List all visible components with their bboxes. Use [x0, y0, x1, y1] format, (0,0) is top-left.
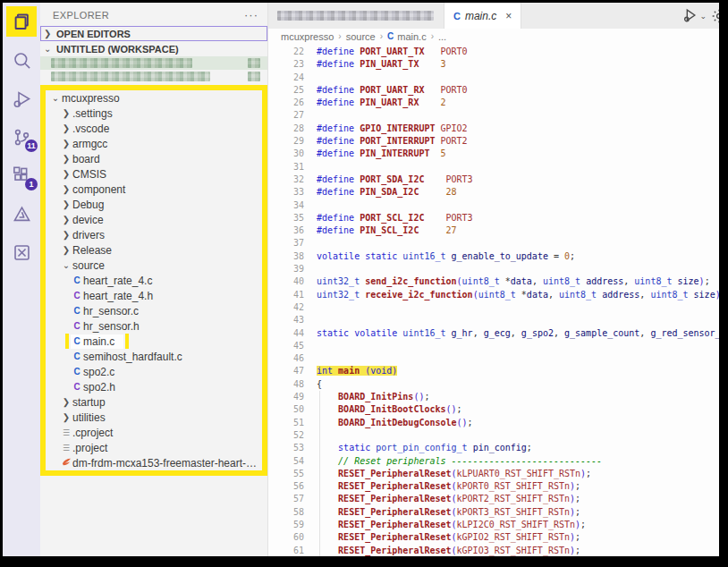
line-number: 46 — [268, 352, 304, 365]
tree-item-heart-rate-4-h[interactable]: Cheart_rate_4.h — [46, 288, 262, 303]
chevron-down-icon: ⌄ — [44, 44, 56, 54]
tab-main-c[interactable]: C main.c × — [444, 3, 521, 29]
code-editor[interactable]: 22#define PORT_UART_TX PORT023#define PI… — [268, 44, 719, 556]
tree-item-spo2-h[interactable]: Cspo2.h — [46, 379, 262, 394]
tree-item-label: Debug — [72, 199, 107, 211]
line-number: 27 — [268, 109, 304, 122]
settings-gear-icon[interactable] — [711, 8, 719, 24]
tree-item-armgcc[interactable]: ❯armgcc — [46, 136, 262, 151]
tree-item--cproject[interactable]: ☰.cproject — [46, 425, 262, 440]
line-content: volatile static uint16_t g_enable_to_upd… — [304, 250, 719, 263]
code-line-22: 22#define PORT_UART_TX PORT0 — [268, 46, 719, 58]
activity-item-test-tool[interactable] — [6, 199, 37, 229]
activity-item-x-extension[interactable] — [6, 237, 37, 267]
close-icon[interactable]: × — [505, 10, 512, 22]
line-number: 37 — [268, 237, 304, 250]
breadcrumb: mcuxpresso›source›Cmain.c›... — [268, 29, 719, 44]
tree-item-hr-sensor-h[interactable]: Chr_sensor.h — [46, 318, 262, 334]
tree-item-board[interactable]: ❯board — [46, 151, 262, 166]
explorer-sidebar: EXPLORER ··· ❯ OPEN EDITORS ⌄ UNTITLED (… — [40, 3, 268, 556]
redacted-tree-item[interactable] — [40, 56, 267, 70]
tree-item--vscode[interactable]: ❯.vscode — [46, 121, 262, 136]
more-actions-icon[interactable]: ··· — [244, 12, 258, 19]
run-file-button[interactable] — [682, 8, 698, 23]
activity-item-explorer[interactable] — [6, 6, 37, 37]
breadcrumb-item[interactable]: Cmain.c — [387, 31, 427, 42]
tree-item--project[interactable]: ☰.project — [46, 440, 262, 455]
activity-item-search[interactable] — [6, 45, 37, 75]
tree-item-cmsis[interactable]: ❯CMSIS — [46, 166, 262, 182]
tree-item-drivers[interactable]: ❯drivers — [46, 227, 262, 242]
code-line-46: 46 — [268, 352, 719, 365]
tree-item-component[interactable]: ❯component — [46, 182, 262, 197]
line-number: 28 — [268, 123, 304, 135]
line-content: { — [304, 378, 719, 391]
line-content: RESET_PeripheralReset(kPORT0_RST_SHIFT_R… — [304, 480, 719, 493]
tree-item-label: Release — [72, 244, 115, 257]
run-dropdown-chevron-icon[interactable]: ⌄ — [699, 12, 707, 21]
tree-item-startup[interactable]: ❯startup — [46, 394, 262, 410]
tree-item-source[interactable]: ⌄source — [46, 258, 262, 273]
activity-item-source-control[interactable]: 11 — [6, 122, 37, 152]
tree-item-label: .project — [72, 442, 111, 454]
explorer-header: EXPLORER ··· — [40, 3, 267, 26]
activity-item-extensions[interactable]: 1 — [6, 160, 37, 190]
open-editors-section[interactable]: ❯ OPEN EDITORS — [40, 26, 267, 41]
line-content — [304, 301, 719, 314]
tab-redacted[interactable] — [268, 3, 444, 29]
code-line-48: 48{ — [268, 378, 719, 391]
line-content: static port_pin_config_t pin_config; — [304, 442, 719, 454]
tree-item-utilities[interactable]: ❯utilities — [46, 410, 262, 425]
line-content — [304, 237, 719, 250]
activity-item-run-debug[interactable] — [6, 83, 37, 114]
tree-item-device[interactable]: ❯device — [46, 212, 262, 227]
tree-item-label: heart_rate_4.c — [83, 275, 156, 287]
code-line-41: 41uint32_t receive_i2c_function(uint8_t … — [268, 289, 719, 301]
tree-item-main-c[interactable]: Cmain.c — [46, 334, 262, 349]
line-number: 31 — [268, 161, 304, 173]
code-line-50: 50 BOARD_InitBootClocks(); — [268, 403, 719, 416]
chevron-right-icon: ❯ — [60, 230, 72, 240]
chevron-right-icon: ❯ — [60, 169, 72, 179]
workspace-section[interactable]: ⌄ UNTITLED (WORKSPACE) — [40, 41, 267, 56]
tree-item--settings[interactable]: ❯.settings — [46, 106, 262, 121]
redacted-tree-item[interactable] — [40, 70, 267, 83]
tree-item-hr-sensor-c[interactable]: Chr_sensor.c — [46, 303, 262, 318]
code-line-36: 36#define PIN_SCL_I2C 27 — [268, 224, 719, 237]
line-content — [304, 263, 719, 275]
breadcrumb-item[interactable]: source — [346, 31, 376, 42]
line-number: 60 — [268, 531, 304, 544]
chevron-down-icon: ⌄ — [60, 260, 72, 270]
line-number: 25 — [268, 84, 304, 97]
breadcrumb-separator: › — [380, 31, 383, 41]
breadcrumb-item[interactable]: ... — [438, 31, 446, 42]
chevron-right-icon: ❯ — [60, 245, 72, 255]
line-number: 22 — [268, 46, 304, 58]
tree-item-label: mcuxpresso — [62, 92, 123, 105]
tree-item-spo2-c[interactable]: Cspo2.c — [46, 364, 262, 379]
line-content: #define PORT_UART_RX PORT0 — [304, 84, 719, 97]
tree-item-debug[interactable]: ❯Debug — [46, 197, 262, 212]
tree-item-heart-rate-4-c[interactable]: Cheart_rate_4.c — [46, 273, 262, 288]
tree-item-mcuxpresso[interactable]: ⌄mcuxpresso — [46, 90, 262, 106]
tree-item-release[interactable]: ❯Release — [46, 242, 262, 258]
code-line-37: 37 — [268, 237, 719, 250]
tree-item-label: main.c — [83, 335, 118, 348]
breadcrumb-item[interactable]: mcuxpresso — [281, 31, 334, 42]
chevron-right-icon: ❯ — [60, 215, 72, 224]
indent-guide — [319, 391, 320, 556]
code-line-59: 59 RESET_PeripheralReset(kLPI2C0_RST_SHI… — [268, 519, 719, 531]
tree-item-semihost-hardfault-c[interactable]: Csemihost_hardfault.c — [46, 349, 262, 364]
h-file-icon: C — [71, 320, 83, 333]
line-content: RESET_PeripheralReset(kPORT3_RST_SHIFT_R… — [304, 506, 719, 519]
code-line-60: 60 RESET_PeripheralReset(kGPIO2_RST_SHIF… — [268, 531, 719, 544]
line-number: 26 — [268, 97, 304, 109]
file-icon: ☰ — [60, 427, 72, 439]
code-line-31: 31 — [268, 161, 719, 173]
chevron-right-icon: ❯ — [60, 123, 72, 133]
line-number: 55 — [268, 468, 304, 480]
line-content: #define GPIO_INTERRUPT GPIO2 — [304, 123, 719, 135]
line-content: uint32_t send_i2c_function(uint8_t *data… — [304, 275, 719, 288]
tree-item-dm-frdm-mcxa153-freemaster-heart-rate-linkser-[interactable]: dm-frdm-mcxa153-freemaster-heart-rate Li… — [46, 455, 262, 470]
h-file-icon: C — [71, 290, 83, 302]
